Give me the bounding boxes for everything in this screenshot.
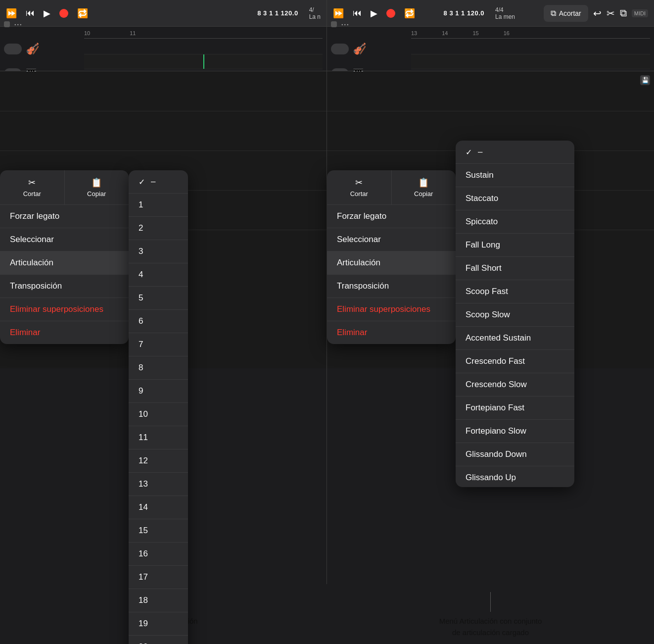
right-art-fall-long[interactable]: Fall Long (456, 234, 574, 257)
left-timeline-11: 11 (130, 30, 136, 36)
left-n4: 4 (139, 270, 143, 280)
right-cut-icon: ✂ (355, 177, 363, 188)
right-track-toggle-1[interactable] (331, 44, 349, 54)
right-articulacion-label: Articulación (337, 258, 380, 268)
right-menu-transposicion[interactable]: Transposición (327, 275, 456, 298)
left-n18: 18 (139, 595, 148, 605)
left-copy-btn[interactable]: 📋 Copiar (65, 170, 129, 204)
left-menu-eliminar[interactable]: Eliminar (0, 321, 129, 344)
acortar-icon: ⧉ (551, 9, 556, 18)
left-number-14[interactable]: 14 (129, 496, 188, 519)
right-loop-icon[interactable]: ↩ (593, 7, 602, 19)
left-articulacion-label: Articulación (10, 258, 53, 268)
left-number-16[interactable]: 16 (129, 543, 188, 566)
right-art-checkmark: ✓ (466, 148, 472, 157)
left-number-5[interactable]: 5 (129, 287, 188, 310)
right-timeline-area: 13 14 15 16 (411, 29, 650, 69)
right-timeline-15: 15 (473, 30, 479, 36)
right-caption-line2: de articulación cargado (452, 628, 529, 637)
right-menu-forzar-legato[interactable]: Forzar legato (327, 205, 456, 228)
right-loop-btn[interactable]: 🔁 (404, 8, 415, 19)
right-art-fortepiano-slow[interactable]: Fortepiano Slow (456, 420, 574, 443)
left-track-1-dots[interactable]: ··· (14, 18, 22, 30)
left-cut-btn[interactable]: ✂ Cortar (0, 170, 65, 204)
left-timeline-10: 10 (84, 30, 90, 36)
right-art-glissando-down[interactable]: Glissando Down (456, 443, 574, 466)
left-transposicion-label: Transposición (10, 281, 62, 291)
left-number-17[interactable]: 17 (129, 566, 188, 589)
right-grid-h-1 (327, 111, 654, 111)
left-n3: 3 (139, 247, 143, 256)
right-time-sig: 4/4La men (495, 6, 515, 20)
right-menu-seleccionar[interactable]: Seleccionar (327, 228, 456, 251)
left-n8: 8 (139, 363, 143, 373)
left-number-18[interactable]: 18 (129, 589, 188, 612)
left-menu-forzar-legato[interactable]: Forzar legato (0, 205, 129, 228)
left-n2: 2 (139, 223, 143, 233)
left-number-20[interactable]: 20 (129, 636, 188, 644)
left-menu-articulacion[interactable]: Articulación (0, 251, 129, 275)
left-number-10[interactable]: 10 (129, 403, 188, 426)
left-number-15[interactable]: 15 (129, 519, 188, 543)
left-number-8[interactable]: 8 (129, 356, 188, 380)
right-art-fall-short[interactable]: Fall Short (456, 257, 574, 280)
right-cut-btn[interactable]: ✂ Cortar (327, 170, 392, 204)
right-art-crescendo-fast-label: Crescendo Fast (466, 356, 525, 366)
right-art-dash[interactable]: ✓ – (456, 141, 574, 164)
right-art-scoop-slow-label: Scoop Slow (466, 310, 510, 320)
left-number-6[interactable]: 6 (129, 310, 188, 333)
right-art-scoop-slow[interactable]: Scoop Slow (456, 303, 574, 327)
right-caption-line (490, 592, 491, 612)
right-art-spiccato[interactable]: Spiccato (456, 210, 574, 234)
right-timeline-16: 16 (504, 30, 510, 36)
left-seleccionar-label: Seleccionar (10, 235, 54, 245)
left-n15: 15 (139, 526, 148, 536)
left-track-toggle-1[interactable] (4, 44, 22, 54)
right-copy-btn[interactable]: 📋 Copiar (392, 170, 456, 204)
right-art-crescendo-slow[interactable]: Crescendo Slow (456, 373, 574, 396)
left-n1: 1 (139, 200, 143, 210)
midi-badge: MIDI (632, 9, 648, 17)
left-number-11[interactable]: 11 (129, 426, 188, 449)
right-art-accented-sustain[interactable]: Accented Sustain (456, 327, 574, 350)
left-number-3[interactable]: 3 (129, 240, 188, 263)
left-menu-seleccionar[interactable]: Seleccionar (0, 228, 129, 251)
right-articulation-dropdown: ✓ – Sustain Staccato Spiccato Fall Long … (456, 141, 574, 487)
left-panel: ⏩ ⏮ ▶ 🔁 8 3 1 1 120.0 4/La n ··· 🎻 (0, 0, 327, 584)
right-scissors-icon[interactable]: ✂ (607, 7, 615, 19)
left-number-9[interactable]: 9 (129, 380, 188, 403)
right-art-fortepiano-fast[interactable]: Fortepiano Fast (456, 396, 574, 420)
left-number-19[interactable]: 19 (129, 612, 188, 636)
right-waveform-icon[interactable]: ⧉ (620, 7, 627, 19)
left-number-12[interactable]: 12 (129, 449, 188, 473)
left-menu-transposicion[interactable]: Transposición (0, 275, 129, 298)
left-number-dash[interactable]: ✓ – (129, 170, 188, 194)
loop-btn[interactable]: 🔁 (77, 8, 88, 19)
left-number-4[interactable]: 4 (129, 263, 188, 287)
left-eliminar-label: Eliminar (10, 328, 40, 338)
left-number-13[interactable]: 13 (129, 473, 188, 496)
right-art-staccato[interactable]: Staccato (456, 187, 574, 210)
right-art-sustain[interactable]: Sustain (456, 164, 574, 187)
left-number-7[interactable]: 7 (129, 333, 188, 356)
right-menu-articulacion[interactable]: Articulación (327, 251, 456, 275)
right-art-crescendo-fast[interactable]: Crescendo Fast (456, 350, 574, 373)
right-menu-eliminar[interactable]: Eliminar (327, 321, 456, 344)
left-n14: 14 (139, 502, 148, 512)
time-sig-display: 4/La n (309, 6, 321, 20)
acortar-btn[interactable]: ⧉ Acortar (544, 5, 588, 22)
right-track-1-dots[interactable]: ··· (341, 18, 349, 30)
left-n10: 10 (139, 409, 148, 419)
left-n12: 12 (139, 456, 148, 466)
left-n9: 9 (139, 386, 143, 396)
right-art-scoop-fast[interactable]: Scoop Fast (456, 280, 574, 303)
left-menu-eliminar-super[interactable]: Eliminar superposiciones (0, 298, 129, 321)
right-art-glissando-up[interactable]: Glissando Up (456, 466, 574, 487)
left-number-1[interactable]: 1 (129, 194, 188, 217)
left-n17: 17 (139, 572, 148, 582)
right-art-fall-short-label: Fall Short (466, 263, 502, 273)
right-menu-eliminar-super[interactable]: Eliminar superposiciones (327, 298, 456, 321)
right-transposicion-label: Transposición (337, 281, 389, 291)
save-icon[interactable]: 💾 (640, 75, 650, 85)
left-number-2[interactable]: 2 (129, 217, 188, 240)
